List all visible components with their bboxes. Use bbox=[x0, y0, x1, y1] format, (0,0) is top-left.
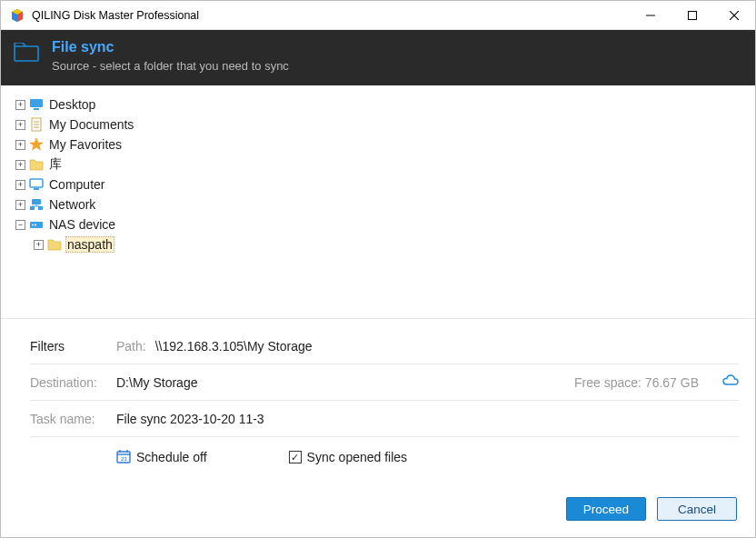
options-row: 23 Schedule off ✓ Sync opened files bbox=[30, 437, 739, 477]
page-header: File sync Source - select a folder that … bbox=[1, 30, 755, 85]
expand-icon[interactable]: + bbox=[34, 240, 44, 250]
tree-label: NAS device bbox=[47, 217, 117, 232]
svg-rect-6 bbox=[34, 108, 39, 110]
tree-item-documents[interactable]: + My Documents bbox=[15, 115, 742, 134]
destination-row: Destination: D:\My Storage Free space: 7… bbox=[30, 364, 739, 401]
tree-label: naspath bbox=[65, 236, 114, 253]
taskname-row: Task name: File sync 2023-10-20 11-3 bbox=[30, 401, 739, 437]
schedule-toggle[interactable]: 23 Schedule off bbox=[116, 449, 207, 466]
minimize-button[interactable] bbox=[630, 1, 671, 30]
tree-label: Desktop bbox=[47, 97, 97, 112]
cloud-icon[interactable] bbox=[722, 374, 739, 390]
filters-row: Filters Path: \\192.168.3.105\My Storage bbox=[30, 328, 739, 364]
tree-item-nas[interactable]: − NAS device bbox=[15, 214, 742, 234]
tree-item-network[interactable]: + Network bbox=[15, 194, 742, 214]
path-value: \\192.168.3.105\My Storage bbox=[155, 339, 313, 354]
svg-text:23: 23 bbox=[121, 456, 127, 462]
folder-icon bbox=[29, 157, 44, 172]
sync-opened-checkbox[interactable]: ✓ Sync opened files bbox=[289, 450, 408, 464]
computer-icon bbox=[29, 177, 44, 192]
tree-label: My Documents bbox=[47, 117, 135, 132]
expand-icon[interactable]: + bbox=[15, 140, 25, 150]
document-icon bbox=[29, 117, 44, 132]
svg-rect-11 bbox=[30, 179, 43, 187]
taskname-value[interactable]: File sync 2023-10-20 11-3 bbox=[116, 412, 264, 426]
tree-item-favorites[interactable]: + My Favorites bbox=[15, 134, 742, 154]
lower-panel: Filters Path: \\192.168.3.105\My Storage… bbox=[1, 318, 755, 488]
tree-item-desktop[interactable]: + Desktop bbox=[15, 95, 742, 115]
svg-rect-14 bbox=[30, 206, 35, 210]
tree-item-libraries[interactable]: + 库 bbox=[15, 154, 742, 174]
tree-item-naspath[interactable]: + naspath bbox=[15, 234, 742, 254]
svg-rect-15 bbox=[38, 206, 43, 210]
monitor-icon bbox=[29, 97, 44, 112]
destination-label: Destination: bbox=[30, 375, 116, 390]
path-label: Path: bbox=[116, 339, 146, 354]
svg-rect-5 bbox=[30, 99, 43, 107]
tree-label: My Favorites bbox=[47, 137, 124, 152]
window-title: QILING Disk Master Professional bbox=[32, 9, 199, 22]
svg-rect-4 bbox=[15, 46, 38, 61]
destination-value[interactable]: D:\My Storage bbox=[116, 375, 197, 390]
folder-icon bbox=[47, 237, 62, 252]
expand-icon[interactable]: + bbox=[15, 200, 25, 210]
tree-label: Computer bbox=[47, 177, 106, 192]
app-logo-icon bbox=[10, 8, 25, 23]
folder-tree: + Desktop + My Documents + My Favorites … bbox=[1, 85, 755, 318]
expand-icon[interactable]: + bbox=[15, 180, 25, 190]
expand-icon[interactable]: + bbox=[15, 120, 25, 130]
svg-rect-12 bbox=[34, 188, 39, 190]
taskname-label: Task name: bbox=[30, 412, 116, 426]
tree-label: Network bbox=[47, 197, 97, 212]
page-subtitle: Source - select a folder that you need t… bbox=[52, 59, 289, 73]
free-space: Free space: 76.67 GB bbox=[574, 375, 699, 390]
svg-rect-13 bbox=[32, 199, 41, 204]
folder-sync-icon bbox=[14, 43, 39, 63]
titlebar: QILING Disk Master Professional bbox=[1, 1, 755, 30]
tree-label: 库 bbox=[47, 156, 64, 173]
maximize-button[interactable] bbox=[671, 1, 713, 30]
collapse-icon[interactable]: − bbox=[15, 220, 25, 230]
svg-point-19 bbox=[32, 224, 34, 226]
svg-rect-1 bbox=[689, 11, 697, 19]
filters-link[interactable]: Filters bbox=[30, 339, 116, 354]
proceed-button[interactable]: Proceed bbox=[566, 497, 646, 521]
svg-point-20 bbox=[35, 224, 36, 226]
page-title: File sync bbox=[52, 39, 289, 55]
star-icon bbox=[29, 137, 44, 152]
network-icon bbox=[29, 197, 44, 212]
cancel-button[interactable]: Cancel bbox=[657, 497, 737, 521]
calendar-icon: 23 bbox=[116, 449, 131, 466]
expand-icon[interactable]: + bbox=[15, 160, 25, 170]
close-button[interactable] bbox=[713, 1, 755, 30]
nas-icon bbox=[29, 217, 44, 232]
checkbox-icon: ✓ bbox=[289, 451, 302, 463]
expand-icon[interactable]: + bbox=[15, 100, 25, 110]
sync-opened-label: Sync opened files bbox=[307, 450, 408, 464]
tree-item-computer[interactable]: + Computer bbox=[15, 174, 742, 194]
schedule-label: Schedule off bbox=[136, 450, 207, 464]
